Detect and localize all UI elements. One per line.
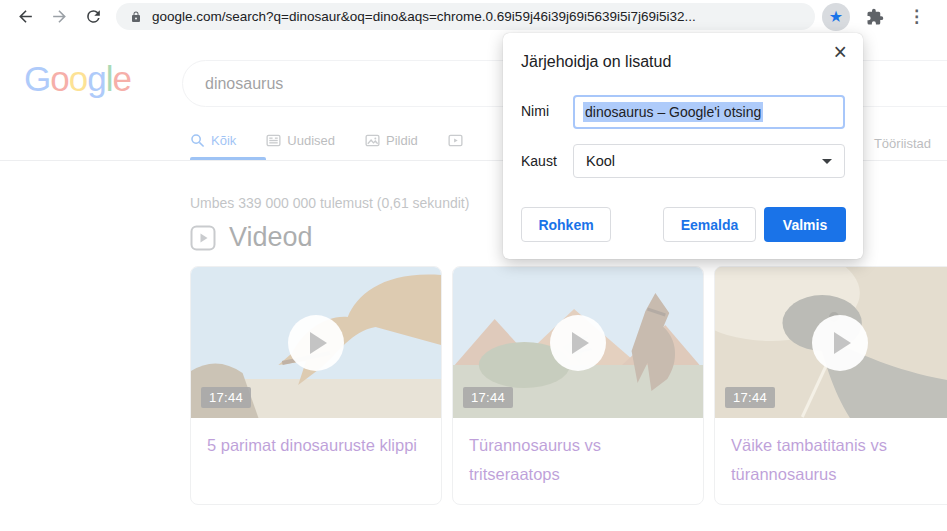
- video-cards-row: 17:44 5 parimat dinosauruste klippi: [190, 266, 947, 505]
- close-icon: ×: [834, 39, 847, 65]
- video-card: 17:44 5 parimat dinosauruste klippi: [190, 266, 442, 505]
- tab-label: Uudised: [287, 133, 335, 148]
- arrow-left-icon: [16, 7, 35, 26]
- logo-letter: e: [112, 59, 130, 98]
- play-button[interactable]: [812, 315, 868, 371]
- extensions-button[interactable]: [866, 8, 884, 26]
- result-type-tabs: Kõik Uudised Pildid: [190, 133, 469, 148]
- star-icon: ★: [829, 9, 843, 25]
- tab-label: Kõik: [211, 133, 236, 148]
- dialog-title: Järjehoidja on lisatud: [521, 53, 671, 71]
- images-icon: [365, 133, 380, 148]
- bookmark-folder-select[interactable]: Kool: [573, 144, 845, 178]
- refresh-button[interactable]: [76, 2, 110, 32]
- browser-toolbar: google.com/search?q=dinosaur&oq=dino&aqs…: [0, 0, 947, 33]
- video-thumbnail-baby-dinosaur[interactable]: 17:44: [715, 267, 947, 418]
- result-stats: Umbes 339 000 000 tulemust (0,61 sekundi…: [190, 195, 469, 211]
- tab-koik[interactable]: Kõik: [190, 133, 236, 148]
- bookmark-name-label: Nimi: [521, 93, 549, 129]
- video-icon: [448, 133, 463, 148]
- video-play-box-icon: [190, 225, 216, 251]
- chrome-menu-button[interactable]: ⋮: [900, 4, 933, 29]
- folder-selected-value: Kool: [586, 153, 822, 169]
- google-logo[interactable]: Google: [24, 59, 131, 99]
- bookmark-folder-label: Kaust: [521, 143, 557, 179]
- video-duration-badge: 17:44: [463, 387, 513, 408]
- bookmark-name-input[interactable]: dinosaurus – Google'i otsing: [573, 95, 845, 129]
- lock-icon: [130, 10, 142, 24]
- arrow-right-icon: [50, 7, 69, 26]
- videos-section-header: Videod: [190, 222, 313, 253]
- video-card: 17:44 Türannosaurus vs tritseraatops: [452, 266, 704, 505]
- browser-window: google.com/search?q=dinosaur&oq=dino&aqs…: [0, 0, 947, 531]
- logo-letter: o: [69, 59, 87, 98]
- search-icon: [190, 133, 205, 148]
- remove-button[interactable]: Eemalda: [663, 207, 756, 242]
- video-title-link[interactable]: Väike tambatitanis vs türannosaurus: [715, 418, 947, 489]
- video-title-link[interactable]: Türannosaurus vs tritseraatops: [453, 418, 703, 489]
- back-button[interactable]: [8, 2, 42, 32]
- forward-button[interactable]: [42, 2, 76, 32]
- video-title-link[interactable]: 5 parimat dinosauruste klippi: [191, 418, 441, 460]
- play-icon: [572, 332, 589, 354]
- video-thumbnail-dinosaur-clips[interactable]: 17:44: [191, 267, 441, 418]
- logo-letter: g: [87, 59, 105, 98]
- play-icon: [834, 332, 851, 354]
- url-text: google.com/search?q=dinosaur&oq=dino&aqs…: [152, 9, 696, 24]
- play-icon: [310, 332, 327, 354]
- tools-link[interactable]: Tööriistad: [874, 136, 931, 151]
- play-button[interactable]: [288, 315, 344, 371]
- videos-section-title: Videod: [229, 222, 313, 253]
- video-thumbnail-trex-vs-triceratops[interactable]: 17:44: [453, 267, 703, 418]
- tab-label: Pildid: [386, 133, 418, 148]
- done-button[interactable]: Valmis: [764, 207, 846, 242]
- tab-uudised[interactable]: Uudised: [266, 133, 335, 148]
- logo-letter: G: [24, 59, 50, 98]
- refresh-icon: [84, 7, 103, 26]
- dialog-close-button[interactable]: ×: [830, 37, 851, 68]
- bookmark-added-dialog: Järjehoidja on lisatud × Nimi dinosaurus…: [503, 33, 863, 259]
- video-duration-badge: 17:44: [201, 387, 251, 408]
- bookmark-star-button[interactable]: ★: [822, 3, 850, 31]
- selected-input-text: dinosaurus – Google'i otsing: [583, 102, 763, 122]
- search-query-text: dinosaurus: [205, 75, 283, 93]
- puzzle-icon: [866, 8, 884, 26]
- logo-letter: o: [50, 59, 68, 98]
- address-bar[interactable]: google.com/search?q=dinosaur&oq=dino&aqs…: [116, 3, 815, 30]
- three-dots-icon: ⋮: [908, 7, 925, 26]
- chevron-down-icon: [822, 159, 832, 164]
- tab-pildid[interactable]: Pildid: [365, 133, 418, 148]
- video-card: 17:44 Väike tambatitanis vs türannosauru…: [714, 266, 947, 505]
- tab-videod-clipped[interactable]: [448, 133, 469, 148]
- news-icon: [266, 133, 281, 148]
- more-button[interactable]: Rohkem: [521, 207, 611, 242]
- video-duration-badge: 17:44: [725, 387, 775, 408]
- play-button[interactable]: [550, 315, 606, 371]
